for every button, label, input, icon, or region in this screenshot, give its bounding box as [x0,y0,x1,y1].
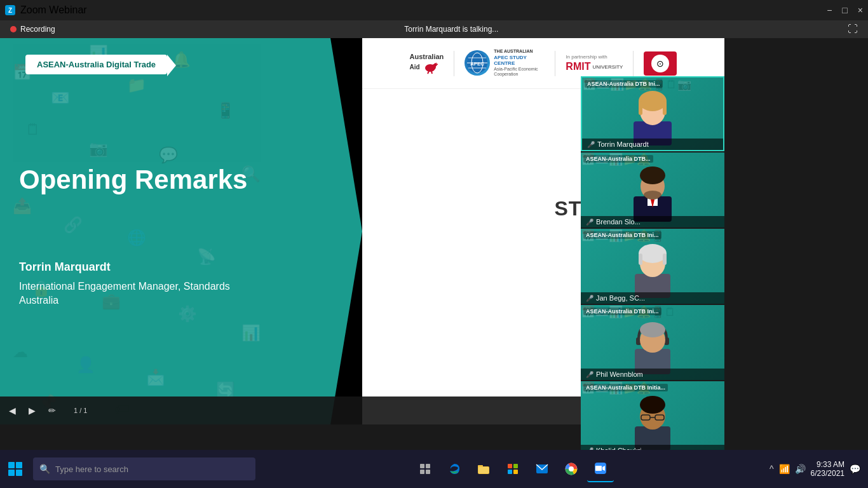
asean-flag-logo: ⊙ [644,51,677,76]
logo-divider-2 [555,51,555,76]
win-sq-4 [16,470,22,476]
chrome-icon [565,463,578,475]
slide-title: Opening Remarks [19,165,247,194]
taskbar-center-icons [255,456,770,482]
jan-avatar [621,234,684,298]
svg-rect-33 [663,254,667,265]
recording-indicator [10,26,17,32]
svg-rect-50 [426,470,430,474]
participant-tile-torrin[interactable]: 📅📧📊📁🔔📱🗒📷 ASEAN-Australia DTB Ini... [581,76,724,151]
australian-aid-logo: Australian Aid [410,53,444,74]
edge-icon [448,463,461,475]
zoom-icon [594,462,607,475]
presenter-name: Torrin Marquardt [19,261,111,274]
svg-rect-20 [663,101,667,115]
network-icon[interactable]: 📶 [779,464,790,474]
record-bar: Recording Torrin Marquardt is talking...… [0,20,868,38]
store-button[interactable] [499,456,526,482]
brendan-name-bar: 🎤 Brendan Slo... [581,216,724,227]
expand-button[interactable]: ⛶ [848,24,858,35]
svg-point-31 [639,244,667,263]
close-button[interactable]: × [858,5,863,15]
titlebar-left: Z Zoom Webinar [5,4,87,16]
prev-button[interactable]: ◀ [9,405,16,416]
next-icon: ▶ [29,405,36,416]
recording-label: Recording [20,25,55,34]
svg-point-43 [640,396,665,414]
search-placeholder: Type here to search [55,464,128,474]
recording-left: Recording [10,25,55,34]
system-clock[interactable]: 9:33 AM 6/23/2021 [811,460,844,478]
windows-logo-icon [8,462,22,476]
next-button[interactable]: ▶ [29,405,36,416]
main-content: 📅 📧 📊 📁 🔔 📱 🗒 📷 💬 🔍 📤 🔗 🌐 📡 🔒 💼 ⚙️ 📊 ☁ [0,38,724,424]
search-icon: 🔍 [39,464,50,474]
chevron-up-icon[interactable]: ^ [770,464,774,474]
jan-name-bar: 🎤 Jan Begg, SC... [581,292,724,304]
task-view-icon [419,463,431,475]
svg-rect-49 [420,470,424,474]
svg-rect-32 [639,254,642,265]
clock-date: 6/23/2021 [811,469,844,478]
logo-divider-3 [633,51,634,76]
file-explorer-button[interactable] [470,456,497,482]
participant-tile-brendan[interactable]: 📅📧📊📁🔔 ASEAN-Australia DTB... [581,152,724,227]
win-sq-3 [8,470,15,476]
zoom-button[interactable] [587,456,614,482]
app-icon: Z [5,5,15,15]
mail-icon [536,464,548,474]
svg-rect-56 [508,470,512,474]
svg-rect-55 [513,464,518,468]
jan-name: Jan Begg, SC... [596,294,645,302]
mail-button[interactable] [529,456,555,482]
titlebar: Z Zoom Webinar − □ × [0,0,868,20]
torrin-avatar [621,82,684,146]
slide-left-panel: 📅 📧 📊 📁 🔔 📱 🗒 📷 💬 🔍 📤 🔗 🌐 📡 🔒 💼 ⚙️ 📊 ☁ [0,38,362,424]
presenter-role: International Engagement Manager, Standa… [19,280,235,308]
aus-aid-text: Australian [410,53,444,60]
volume-icon[interactable]: 🔊 [795,464,806,474]
file-explorer-icon [477,463,490,475]
rmit-logo-group: In partnership with RMIT UNIVERSITY [566,54,623,72]
taskbar: 🔍 Type here to search [0,450,868,488]
asean-badge-text: ASEAN-Australia Digital Trade [37,60,156,69]
start-button[interactable] [0,450,31,488]
minimize-button[interactable]: − [827,5,832,15]
brendan-avatar [621,158,684,222]
chrome-button[interactable] [558,456,585,482]
task-view-button[interactable] [412,456,438,482]
asean-badge-arrow [167,55,176,76]
mic-icon-torrin: 🎤 [587,141,595,148]
search-bar[interactable]: 🔍 Type here to search [33,458,255,480]
apec-text: THE AUSTRALIAN APEC STUDY CENTRE Asia-Pa… [494,49,545,77]
mic-icon-brendan: 🎤 [586,219,593,226]
participant-tile-phil[interactable]: 📅📧📊📁🔔📱🗒 ASEAN-Australia DTB Ini... [581,305,724,380]
apec-logo: APEC THE AUSTRALIAN APEC STUDY CENTRE As… [465,49,545,77]
notification-icon[interactable]: 💬 [850,464,860,474]
clock-time: 9:33 AM [811,460,844,469]
titlebar-title: Zoom Webinar [20,4,87,16]
asean-badge: ASEAN-Australia Digital Trade [25,55,167,74]
store-icon [506,463,519,475]
edge-button[interactable] [441,456,468,482]
participant-tile-khalid[interactable]: 📅📧📊📁🔔 ASEAN-Australia DTB Initia... [581,381,724,456]
prev-icon: ◀ [9,405,16,416]
phil-avatar [621,311,684,374]
apec-globe-icon: APEC [465,50,490,76]
svg-line-6 [431,71,432,74]
annotate-button[interactable]: ✏ [48,405,56,416]
torrin-name-bar: 🎤 Torrin Marquardt [582,139,723,150]
participant-tile-jan[interactable]: 📅📧📊📁🔔📱 ASEAN-Australia DTB Ini... [581,229,724,304]
maximize-button[interactable]: □ [842,5,847,15]
svg-point-61 [569,466,574,471]
svg-point-27 [644,191,661,200]
rmit-text: RMIT [566,61,590,72]
kangaroo-icon [423,60,440,74]
svg-rect-47 [420,464,424,468]
logo-divider-1 [454,51,454,76]
svg-rect-57 [513,470,518,474]
win-sq-1 [8,462,15,468]
torrin-name: Torrin Marquardt [597,140,649,148]
svg-point-18 [639,91,667,111]
brendan-name: Brendan Slo... [596,218,641,226]
